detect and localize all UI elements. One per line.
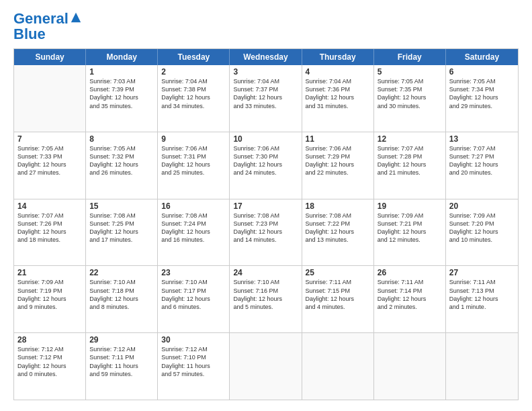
cell-info: Sunrise: 7:08 AM Sunset: 7:24 PM Dayligh… <box>161 212 226 244</box>
calendar-cell: 27Sunrise: 7:11 AM Sunset: 7:13 PM Dayli… <box>446 266 518 332</box>
calendar-cell: 8Sunrise: 7:05 AM Sunset: 7:32 PM Daylig… <box>86 132 158 199</box>
cell-info: Sunrise: 7:04 AM Sunset: 7:38 PM Dayligh… <box>161 77 226 110</box>
cell-info: Sunrise: 7:09 AM Sunset: 7:19 PM Dayligh… <box>17 278 82 311</box>
calendar-cell <box>14 65 86 132</box>
day-number: 4 <box>306 67 370 77</box>
calendar: SundayMondayTuesdayWednesdayThursdayFrid… <box>13 48 519 400</box>
calendar-row-0: 1Sunrise: 7:03 AM Sunset: 7:39 PM Daylig… <box>14 65 518 132</box>
day-number: 17 <box>233 201 298 211</box>
day-number: 3 <box>233 67 298 77</box>
cell-info: Sunrise: 7:11 AM Sunset: 7:13 PM Dayligh… <box>449 278 515 311</box>
day-number: 30 <box>161 335 226 345</box>
cell-info: Sunrise: 7:08 AM Sunset: 7:22 PM Dayligh… <box>306 212 370 244</box>
calendar-cell: 12Sunrise: 7:07 AM Sunset: 7:28 PM Dayli… <box>374 132 446 199</box>
day-number: 20 <box>449 201 515 211</box>
header-day-thursday: Thursday <box>302 49 374 65</box>
day-number: 21 <box>17 268 82 277</box>
calendar-cell <box>230 333 302 400</box>
logo-text: General <box>13 11 69 27</box>
day-number: 13 <box>449 134 515 144</box>
header-day-wednesday: Wednesday <box>230 49 302 65</box>
cell-info: Sunrise: 7:05 AM Sunset: 7:35 PM Dayligh… <box>378 77 442 110</box>
day-number: 11 <box>306 134 370 144</box>
calendar-cell: 26Sunrise: 7:11 AM Sunset: 7:14 PM Dayli… <box>374 266 446 332</box>
cell-info: Sunrise: 7:12 AM Sunset: 7:12 PM Dayligh… <box>17 345 82 378</box>
calendar-row-4: 28Sunrise: 7:12 AM Sunset: 7:12 PM Dayli… <box>14 333 518 400</box>
calendar-cell <box>446 333 518 400</box>
cell-info: Sunrise: 7:11 AM Sunset: 7:15 PM Dayligh… <box>306 278 370 311</box>
day-number: 7 <box>17 134 82 144</box>
calendar-cell: 25Sunrise: 7:11 AM Sunset: 7:15 PM Dayli… <box>302 266 374 332</box>
day-number: 6 <box>449 67 515 77</box>
header-day-saturday: Saturday <box>446 49 518 65</box>
calendar-cell: 6Sunrise: 7:05 AM Sunset: 7:34 PM Daylig… <box>446 65 518 132</box>
cell-info: Sunrise: 7:08 AM Sunset: 7:23 PM Dayligh… <box>233 212 298 244</box>
cell-info: Sunrise: 7:05 AM Sunset: 7:33 PM Dayligh… <box>17 144 82 177</box>
logo-icon <box>70 11 82 24</box>
calendar-cell: 17Sunrise: 7:08 AM Sunset: 7:23 PM Dayli… <box>230 199 302 266</box>
calendar-cell: 28Sunrise: 7:12 AM Sunset: 7:12 PM Dayli… <box>14 333 86 400</box>
cell-info: Sunrise: 7:04 AM Sunset: 7:36 PM Dayligh… <box>306 77 370 110</box>
cell-info: Sunrise: 7:05 AM Sunset: 7:34 PM Dayligh… <box>449 77 515 110</box>
calendar-header: SundayMondayTuesdayWednesdayThursdayFrid… <box>14 49 518 65</box>
cell-info: Sunrise: 7:07 AM Sunset: 7:27 PM Dayligh… <box>449 144 515 177</box>
calendar-cell: 29Sunrise: 7:12 AM Sunset: 7:11 PM Dayli… <box>86 333 158 400</box>
cell-info: Sunrise: 7:11 AM Sunset: 7:14 PM Dayligh… <box>378 278 442 311</box>
calendar-cell: 20Sunrise: 7:09 AM Sunset: 7:20 PM Dayli… <box>446 199 518 266</box>
cell-info: Sunrise: 7:12 AM Sunset: 7:11 PM Dayligh… <box>89 345 154 378</box>
calendar-cell: 19Sunrise: 7:09 AM Sunset: 7:21 PM Dayli… <box>374 199 446 266</box>
page: General Blue SundayMondayTuesdayWednesda… <box>0 0 532 411</box>
calendar-cell: 14Sunrise: 7:07 AM Sunset: 7:26 PM Dayli… <box>14 199 86 266</box>
cell-info: Sunrise: 7:12 AM Sunset: 7:10 PM Dayligh… <box>161 345 226 378</box>
calendar-cell: 23Sunrise: 7:10 AM Sunset: 7:17 PM Dayli… <box>158 266 230 332</box>
calendar-cell: 9Sunrise: 7:06 AM Sunset: 7:31 PM Daylig… <box>158 132 230 199</box>
day-number: 18 <box>306 201 370 211</box>
header-day-friday: Friday <box>374 49 446 65</box>
day-number: 14 <box>17 201 82 211</box>
calendar-body: 1Sunrise: 7:03 AM Sunset: 7:39 PM Daylig… <box>14 65 518 400</box>
calendar-cell <box>302 333 374 400</box>
cell-info: Sunrise: 7:06 AM Sunset: 7:29 PM Dayligh… <box>306 144 370 177</box>
day-number: 1 <box>89 67 154 77</box>
day-number: 29 <box>89 335 154 345</box>
cell-info: Sunrise: 7:07 AM Sunset: 7:28 PM Dayligh… <box>378 144 442 177</box>
calendar-row-3: 21Sunrise: 7:09 AM Sunset: 7:19 PM Dayli… <box>14 266 518 333</box>
calendar-cell: 30Sunrise: 7:12 AM Sunset: 7:10 PM Dayli… <box>158 333 230 400</box>
day-number: 26 <box>378 268 442 277</box>
day-number: 23 <box>161 268 226 277</box>
cell-info: Sunrise: 7:07 AM Sunset: 7:26 PM Dayligh… <box>17 212 82 244</box>
cell-info: Sunrise: 7:05 AM Sunset: 7:32 PM Dayligh… <box>89 144 154 177</box>
calendar-cell: 22Sunrise: 7:10 AM Sunset: 7:18 PM Dayli… <box>86 266 158 332</box>
logo-general: General <box>13 10 69 27</box>
day-number: 24 <box>233 268 298 277</box>
header-day-monday: Monday <box>86 49 158 65</box>
day-number: 27 <box>449 268 515 277</box>
calendar-cell: 18Sunrise: 7:08 AM Sunset: 7:22 PM Dayli… <box>302 199 374 266</box>
logo: General Blue <box>13 11 82 42</box>
calendar-cell: 10Sunrise: 7:06 AM Sunset: 7:30 PM Dayli… <box>230 132 302 199</box>
day-number: 16 <box>161 201 226 211</box>
calendar-cell: 4Sunrise: 7:04 AM Sunset: 7:36 PM Daylig… <box>302 65 374 132</box>
day-number: 9 <box>161 134 226 144</box>
calendar-row-1: 7Sunrise: 7:05 AM Sunset: 7:33 PM Daylig… <box>14 132 518 199</box>
day-number: 10 <box>233 134 298 144</box>
day-number: 19 <box>378 201 442 211</box>
calendar-cell: 16Sunrise: 7:08 AM Sunset: 7:24 PM Dayli… <box>158 199 230 266</box>
calendar-cell: 24Sunrise: 7:10 AM Sunset: 7:16 PM Dayli… <box>230 266 302 332</box>
calendar-cell: 1Sunrise: 7:03 AM Sunset: 7:39 PM Daylig… <box>86 65 158 132</box>
calendar-cell: 15Sunrise: 7:08 AM Sunset: 7:25 PM Dayli… <box>86 199 158 266</box>
calendar-cell: 21Sunrise: 7:09 AM Sunset: 7:19 PM Dayli… <box>14 266 86 332</box>
header: General Blue <box>13 11 519 42</box>
calendar-cell: 3Sunrise: 7:04 AM Sunset: 7:37 PM Daylig… <box>230 65 302 132</box>
calendar-cell <box>374 333 446 400</box>
cell-info: Sunrise: 7:06 AM Sunset: 7:30 PM Dayligh… <box>233 144 298 177</box>
cell-info: Sunrise: 7:10 AM Sunset: 7:17 PM Dayligh… <box>161 278 226 311</box>
day-number: 15 <box>89 201 154 211</box>
svg-marker-0 <box>71 13 81 22</box>
day-number: 8 <box>89 134 154 144</box>
calendar-cell: 11Sunrise: 7:06 AM Sunset: 7:29 PM Dayli… <box>302 132 374 199</box>
cell-info: Sunrise: 7:09 AM Sunset: 7:21 PM Dayligh… <box>378 212 442 244</box>
cell-info: Sunrise: 7:10 AM Sunset: 7:16 PM Dayligh… <box>233 278 298 311</box>
day-number: 25 <box>306 268 370 277</box>
day-number: 5 <box>378 67 442 77</box>
